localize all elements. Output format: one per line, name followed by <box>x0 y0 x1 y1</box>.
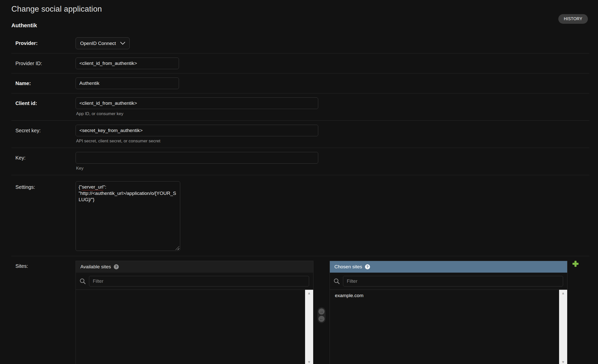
key-help: Key <box>76 166 589 171</box>
form-row-name: Name: <box>11 73 589 93</box>
scroll-up-icon[interactable]: ▲ <box>561 291 565 295</box>
chevron-down-icon <box>120 42 125 45</box>
sites-selector-widget: Available sites ? ▲ <box>76 261 589 364</box>
form-row-sites: Sites: Available sites ? <box>11 256 589 364</box>
choose-arrow-button[interactable]: → <box>318 308 325 315</box>
form-row-secret-key: Secret key: API secret, client secret, o… <box>11 121 589 148</box>
add-site-plus-icon[interactable] <box>572 261 579 267</box>
available-filter-input[interactable] <box>89 276 309 287</box>
secret-key-input[interactable] <box>76 125 318 136</box>
textarea-resize-handle[interactable] <box>175 246 179 250</box>
scroll-up-icon[interactable]: ▲ <box>307 291 311 295</box>
chosen-sites-header: Chosen sites ? <box>330 261 567 273</box>
chosen-sites-title: Chosen sites <box>334 264 362 270</box>
chosen-filter-input[interactable] <box>343 276 563 287</box>
change-form: Provider: OpenID Connect Provider ID: <box>11 31 589 364</box>
key-input[interactable] <box>76 152 318 164</box>
scroll-down-icon[interactable]: ▼ <box>307 360 311 364</box>
provider-id-label: Provider ID: <box>11 58 76 66</box>
available-sites-list[interactable]: ▲ ▼ <box>76 290 313 364</box>
chosen-sites-list[interactable]: example.com ▲ ▼ <box>330 290 567 364</box>
name-input[interactable] <box>76 77 179 89</box>
scroll-down-icon[interactable]: ▼ <box>561 360 565 364</box>
help-icon[interactable]: ? <box>114 264 119 269</box>
secret-key-label: Secret key: <box>11 125 76 134</box>
provider-select[interactable]: OpenID Connect <box>76 37 130 49</box>
change-social-application-page: Change social application HISTORY Authen… <box>0 0 598 364</box>
search-icon <box>79 278 86 284</box>
sites-label: Sites: <box>11 261 76 269</box>
form-row-provider-id: Provider ID: <box>11 54 589 73</box>
settings-misspelled-word: server_url <box>82 184 103 190</box>
form-row-client-id: Client id: App ID, or consumer key <box>11 93 589 121</box>
secret-key-help: API secret, client secret, or consumer s… <box>76 139 589 144</box>
settings-text: {" <box>79 184 82 190</box>
client-id-input[interactable] <box>76 97 318 109</box>
vertical-scrollbar[interactable]: ▲ ▼ <box>305 290 313 364</box>
client-id-help: App ID, or consumer key <box>76 111 589 116</box>
settings-textarea[interactable]: {"server_url": "http://<authentik_url>/a… <box>76 181 180 251</box>
form-row-provider: Provider: OpenID Connect <box>11 31 589 54</box>
available-sites-title: Available sites <box>80 264 111 270</box>
available-sites-header: Available sites ? <box>76 261 313 273</box>
help-icon[interactable]: ? <box>365 264 370 269</box>
name-label: Name: <box>11 77 76 86</box>
search-icon <box>333 278 340 284</box>
settings-label: Settings: <box>11 181 76 190</box>
client-id-label: Client id: <box>11 97 76 106</box>
available-filter-row <box>76 273 313 290</box>
form-row-settings: Settings: {"server_url": "http://<authen… <box>11 175 589 256</box>
section-heading: Authentik <box>11 22 589 29</box>
list-item[interactable]: example.com <box>330 290 567 298</box>
selector-mover: → ← <box>317 307 326 323</box>
remove-arrow-button[interactable]: ← <box>318 316 325 322</box>
provider-id-input[interactable] <box>76 58 179 69</box>
selector-middle: → ← <box>313 261 330 364</box>
page-content: Change social application HISTORY Authen… <box>0 0 598 364</box>
vertical-scrollbar[interactable]: ▲ ▼ <box>559 290 567 364</box>
chosen-sites-box: Chosen sites ? example.com <box>330 261 567 364</box>
page-title: Change social application <box>11 4 589 14</box>
chosen-filter-row <box>330 273 567 290</box>
key-label: Key: <box>11 152 76 161</box>
provider-label: Provider: <box>11 37 76 46</box>
available-sites-box: Available sites ? ▲ <box>76 261 313 364</box>
provider-select-value: OpenID Connect <box>80 41 116 46</box>
form-row-key: Key: Key <box>11 148 589 175</box>
history-button[interactable]: HISTORY <box>558 14 588 24</box>
